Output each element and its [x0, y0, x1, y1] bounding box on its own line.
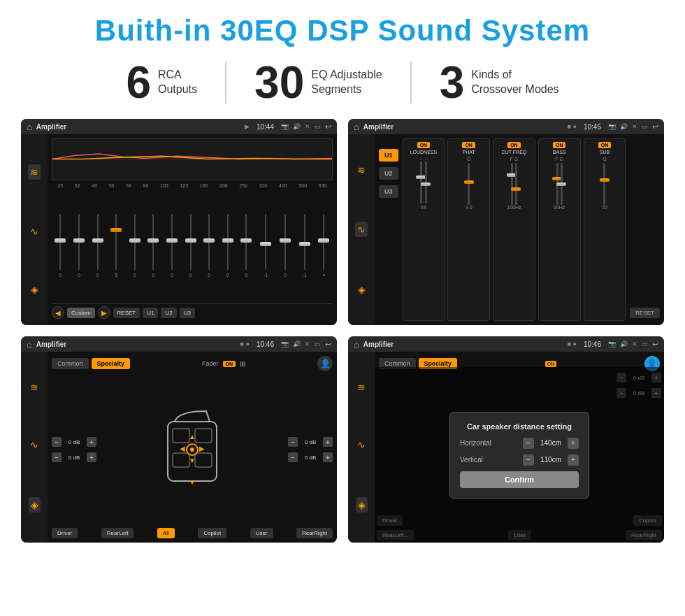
- home-icon-1[interactable]: ⌂: [27, 122, 32, 132]
- eq-reset-btn[interactable]: RESET: [113, 308, 140, 318]
- db-minus-bl[interactable]: −: [52, 452, 62, 462]
- u1-btn[interactable]: U1: [379, 149, 398, 162]
- home-icon-3[interactable]: ⌂: [27, 339, 32, 350]
- eq2-reset-btn[interactable]: RESET: [630, 308, 660, 318]
- db-plus-bl[interactable]: +: [87, 452, 96, 462]
- screen3-time: 10:46: [257, 341, 274, 348]
- slider-3[interactable]: 0: [96, 211, 99, 281]
- db-value-bl: 0 dB: [64, 454, 84, 461]
- common-tab[interactable]: Common: [52, 358, 89, 369]
- slider-15[interactable]: »: [323, 211, 326, 281]
- svg-text:▲: ▲: [189, 433, 196, 440]
- status-bar-3: ⌂ Amplifier ■ ● 10:46 📷 🔊 ✕ ▭ ↩: [21, 336, 337, 352]
- u3-btn[interactable]: U3: [379, 185, 398, 198]
- db-minus-br[interactable]: −: [288, 452, 298, 462]
- back-icon-3[interactable]: ↩: [325, 340, 331, 349]
- fader-row: Fader ON ⊞: [202, 360, 245, 368]
- close-icon-1: ✕: [305, 123, 310, 130]
- eq-next-btn[interactable]: ▶: [98, 306, 110, 319]
- slider-12[interactable]: -1: [264, 211, 268, 281]
- speaker-side-icon[interactable]: ◈: [31, 284, 38, 295]
- play-icon-1: ▶: [245, 123, 250, 130]
- wave-side-icon-3[interactable]: ∿: [30, 439, 38, 450]
- avatar-icon[interactable]: 👤: [317, 356, 333, 371]
- slider-14[interactable]: -1: [303, 211, 307, 281]
- screen2: ⌂ Amplifier ■ ● 10:45 📷 🔊 ✕ ▭ ↩ ≋ ∿ ◈ U1: [348, 119, 664, 325]
- db-control-bl: − 0 dB +: [52, 452, 96, 462]
- driver-btn[interactable]: Driver: [52, 528, 78, 538]
- horizontal-plus[interactable]: +: [568, 438, 579, 449]
- eq-side-icon-3[interactable]: ≋: [30, 382, 38, 393]
- eq-prev-btn[interactable]: ◀: [52, 306, 64, 319]
- eq-side-icon[interactable]: ≋: [28, 164, 41, 180]
- stat-number-rca: 6: [126, 60, 151, 105]
- db-minus-tl[interactable]: −: [52, 437, 62, 447]
- cutfreq-slider-g[interactable]: [515, 163, 517, 205]
- vertical-plus[interactable]: +: [568, 454, 579, 466]
- vertical-minus[interactable]: −: [523, 454, 534, 466]
- u2-btn[interactable]: U2: [379, 167, 398, 180]
- db-plus-tr[interactable]: +: [323, 437, 333, 447]
- loudness-slider-2[interactable]: [425, 162, 427, 203]
- bass-slider-g[interactable]: [561, 163, 563, 205]
- rearleft-btn[interactable]: RearLeft: [101, 528, 134, 538]
- volume-icon-1: 🔊: [293, 123, 301, 130]
- slider-13[interactable]: 0: [284, 211, 287, 281]
- db-plus-tl[interactable]: +: [87, 437, 96, 447]
- copilot-btn[interactable]: Copilot: [198, 528, 226, 538]
- slider-4[interactable]: 5: [115, 211, 117, 281]
- db-plus-br[interactable]: +: [323, 452, 333, 462]
- screen1-time: 10:44: [257, 123, 274, 131]
- eq2-controls: ON LOUDNESS ~ ~: [403, 138, 626, 321]
- specialty-tab[interactable]: Specialty: [92, 358, 131, 369]
- confirm-button[interactable]: Confirm: [460, 471, 579, 488]
- back-icon-1[interactable]: ↩: [325, 122, 331, 131]
- slider-11[interactable]: 0: [245, 211, 247, 281]
- slider-8[interactable]: 0: [189, 211, 192, 281]
- freq-160: 160: [200, 183, 208, 188]
- distance-dialog: Car speaker distance setting Horizontal …: [449, 412, 589, 499]
- eq-side-icon-2[interactable]: ≋: [357, 164, 366, 176]
- volume-icon-3: 🔊: [293, 341, 301, 348]
- horizontal-minus[interactable]: −: [523, 438, 534, 449]
- cs-area: Common Specialty Fader ON ⊞ 👤 −: [48, 352, 337, 543]
- wave-side-icon-4[interactable]: ∿: [357, 439, 366, 450]
- slider-9[interactable]: 0: [208, 211, 210, 281]
- eq-u2-btn[interactable]: U2: [161, 308, 176, 318]
- wave-side-icon[interactable]: ∿: [30, 226, 38, 237]
- sub-slider[interactable]: [603, 163, 605, 205]
- db-value-tr: 0 dB: [301, 439, 320, 445]
- cutfreq-slider-f[interactable]: [511, 163, 513, 205]
- eq-u3-btn[interactable]: U3: [180, 308, 195, 318]
- back-icon-4[interactable]: ↩: [652, 340, 658, 349]
- speaker-side-icon-3[interactable]: ◈: [29, 497, 41, 513]
- rearright-btn[interactable]: RearRight: [296, 528, 333, 538]
- home-icon-4[interactable]: ⌂: [354, 339, 359, 350]
- speaker-side-icon-2[interactable]: ◈: [358, 284, 366, 295]
- all-btn[interactable]: All: [157, 528, 175, 538]
- speaker-side-icon-4[interactable]: ◈: [356, 497, 368, 513]
- vertical-label: Vertical: [460, 456, 483, 464]
- screen3: ⌂ Amplifier ■ ● 10:46 📷 🔊 ✕ ▭ ↩ ≋ ∿ ◈ Co: [21, 336, 337, 543]
- user-btn[interactable]: User: [250, 528, 273, 538]
- eq-custom-btn[interactable]: Custom: [67, 308, 95, 318]
- freq-250: 250: [239, 183, 247, 188]
- vertical-value: 110cm: [537, 456, 565, 464]
- stat-label-rca: RCAOutputs: [158, 68, 197, 97]
- freq-63: 63: [126, 183, 131, 188]
- eq-side-icon-4[interactable]: ≋: [357, 382, 366, 393]
- slider-7[interactable]: 0: [171, 211, 173, 281]
- phat-slider[interactable]: [468, 163, 470, 205]
- eq-u1-btn[interactable]: U1: [143, 308, 158, 318]
- home-icon-2[interactable]: ⌂: [354, 122, 359, 132]
- slider-6[interactable]: 0: [152, 211, 154, 281]
- back-icon-2[interactable]: ↩: [652, 122, 658, 131]
- slider-5[interactable]: 0: [134, 211, 136, 281]
- screen4-time: 10:46: [584, 341, 601, 348]
- wave-side-icon-2[interactable]: ∿: [355, 222, 368, 237]
- slider-2[interactable]: 0: [78, 211, 80, 281]
- slider-1[interactable]: 0: [59, 211, 62, 281]
- slider-10[interactable]: 0: [226, 211, 229, 281]
- db-minus-tr[interactable]: −: [288, 437, 298, 447]
- svg-point-7: [190, 447, 194, 452]
